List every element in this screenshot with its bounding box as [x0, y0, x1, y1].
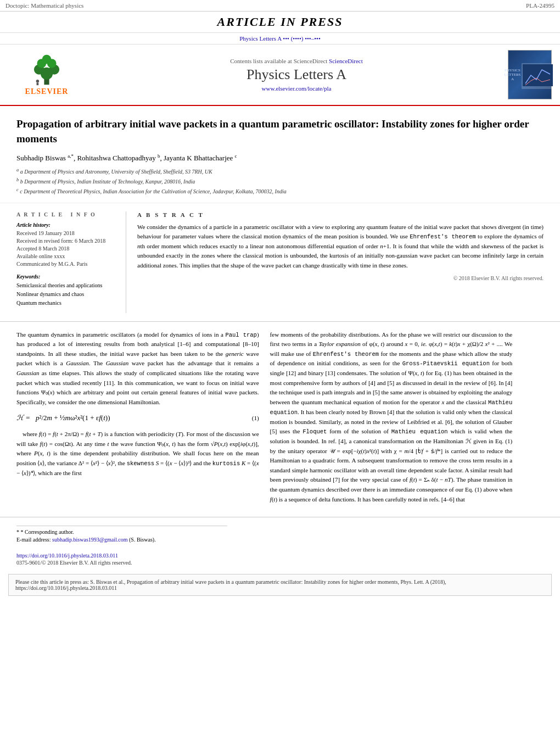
main-content: The quantum dynamics in parametric oscil… — [0, 322, 560, 517]
journal-title: Physics Letters A — [85, 66, 508, 83]
article-id-label: PLA-24995 — [526, 2, 555, 9]
revised-date: Received in revised form: 6 March 2018 — [16, 237, 117, 245]
journal-center: Contents lists available at ScienceDirec… — [85, 58, 508, 92]
article-authors: Subhadip Biswas a,*, Rohitashwa Chattopa… — [16, 153, 544, 162]
equation-1: ℋ = p²/2m + ½mω²x²(1 + εf(t)) (1) — [16, 412, 259, 424]
paragraph-2: where f(t) = f(t + 2π/Ω) = f(t + T) is a… — [16, 429, 259, 478]
journal-cover-image: PHYSICS LETTERS A — [508, 50, 552, 99]
affiliations: a a Department of Physics and Astronomy,… — [16, 167, 544, 196]
email-link[interactable]: subhadip.biswas1993@gmail.com — [52, 537, 128, 543]
keywords-block: Keywords: Semiclassical theories and app… — [16, 274, 117, 308]
author2: Rohitashwa Chattopadhyay b, — [77, 154, 161, 162]
article-title: Propagation of arbitrary initial wave pa… — [16, 117, 544, 146]
journal-url-bar: Physics Letters A ••• (••••) •••–••• — [0, 33, 560, 44]
elsevier-tree-icon — [25, 53, 69, 86]
sciencedirect-link[interactable]: ScienceDirect — [329, 58, 363, 64]
aip-text: ARTICLE IN PRESS — [217, 15, 343, 29]
journal-website[interactable]: www.elsevier.com/locate/pla — [85, 85, 508, 92]
top-bar: Doctopic: Mathematical physics PLA-24995 — [0, 0, 560, 12]
corresponding-author-note: * * Corresponding author. — [16, 529, 544, 535]
article-history-block: Article history: Received 19 January 201… — [16, 222, 117, 268]
sciencedirect-line: Contents lists available at ScienceDirec… — [85, 58, 508, 64]
elsevier-logo-area: ELSEVIER — [8, 53, 85, 96]
paragraph-1: The quantum dynamics in parametric oscil… — [16, 330, 259, 408]
elsevier-brand-text: ELSEVIER — [25, 87, 69, 96]
accepted-date: Accepted 8 March 2018 — [16, 245, 117, 253]
citation-bar: Please cite this article in press as: S.… — [8, 574, 552, 596]
abstract-col: A B S T R A C T We consider the dynamics… — [137, 211, 544, 313]
abstract-text: We consider the dynamics of a particle i… — [137, 222, 544, 271]
article-in-press-header: ARTICLE IN PRESS — [0, 12, 560, 33]
article-info-abstract-section: A R T I C L E I N F O Article history: R… — [0, 203, 560, 322]
abstract-title: A B S T R A C T — [137, 211, 544, 218]
journal-url-text: Physics Letters A ••• (••••) •••–••• — [239, 35, 321, 42]
main-col-right: few moments of the probability distribut… — [270, 330, 513, 509]
footnote-divider — [16, 526, 227, 526]
journal-header: ELSEVIER Contents lists available at Sci… — [0, 44, 560, 106]
history-label: Article history: — [16, 222, 117, 228]
doi-section: https://doi.org/10.1016/j.physleta.2018.… — [0, 550, 560, 568]
footnote-section: * * Corresponding author. E-mail address… — [0, 517, 560, 550]
citation-text: Please cite this article in press as: S.… — [15, 579, 446, 591]
paragraph-3: few moments of the probability distribut… — [270, 330, 513, 505]
svg-point-7 — [36, 80, 40, 83]
copyright-line: © 2018 Elsevier B.V. All rights reserved… — [137, 275, 544, 281]
equation-rhs: p²/2m + ½mω²x²(1 + εf(t)) — [36, 412, 110, 424]
affiliation-c: c c Department of Theoretical Physics, I… — [16, 187, 544, 196]
author1: Subhadip Biswas a,*, — [16, 154, 75, 162]
issn-text: 0375-9601/© 2018 Elsevier B.V. All right… — [16, 560, 544, 566]
author3: Jayanta K Bhattacharjee c — [164, 154, 237, 162]
communicated-by: Communicated by M.G.A. Paris — [16, 260, 117, 268]
doi-link[interactable]: https://doi.org/10.1016/j.physleta.2018.… — [16, 553, 544, 559]
affiliation-a: a a Department of Physics and Astronomy,… — [16, 167, 544, 176]
doctopic-label: Doctopic: Mathematical physics — [5, 2, 83, 9]
svg-rect-8 — [37, 83, 39, 86]
keyword-2: Nonlinear dynamics and chaos — [16, 290, 117, 299]
email-note: E-mail address: subhadip.biswas1993@gmai… — [16, 537, 544, 543]
online-date: Available online xxxx — [16, 253, 117, 260]
svg-point-6 — [42, 55, 52, 64]
svg-rect-9 — [523, 64, 553, 86]
article-info-title: A R T I C L E I N F O — [16, 211, 117, 217]
article-info-col: A R T I C L E I N F O Article history: R… — [16, 211, 126, 313]
equation-lhs: ℋ = — [16, 412, 30, 424]
affiliation-b: b b Department of Physics, Indian Instit… — [16, 177, 544, 186]
keyword-1: Semiclassical theories and applications — [16, 281, 117, 290]
main-col-left: The quantum dynamics in parametric oscil… — [16, 330, 259, 509]
article-title-section: Propagation of arbitrary initial wave pa… — [0, 106, 560, 203]
keyword-3: Quantum mechanics — [16, 299, 117, 308]
keywords-label: Keywords: — [16, 274, 117, 280]
equation-number: (1) — [252, 414, 259, 423]
keywords-list: Semiclassical theories and applications … — [16, 281, 117, 308]
received-date: Received 19 January 2018 — [16, 230, 117, 237]
